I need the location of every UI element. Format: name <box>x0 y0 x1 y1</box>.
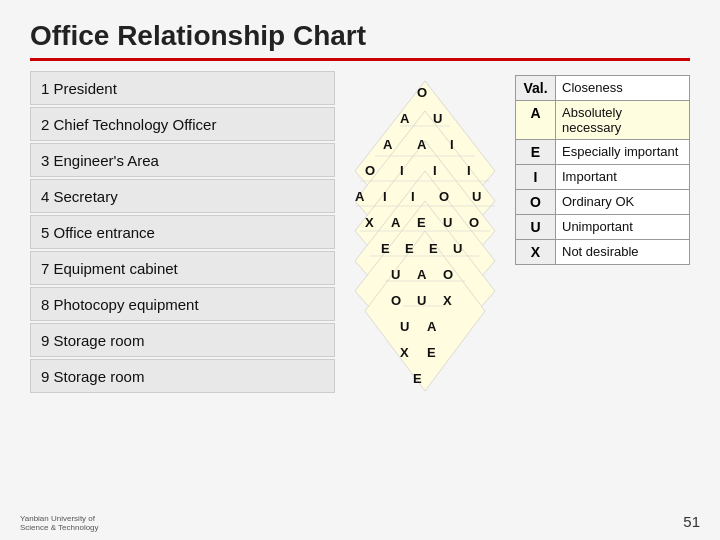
legend-val: O <box>516 190 556 214</box>
diamond-letter: U <box>472 189 481 204</box>
legend-val: U <box>516 215 556 239</box>
diamond-letter: O <box>365 163 375 178</box>
legend-val: X <box>516 240 556 264</box>
legend-closeness-header: Closeness <box>556 76 689 100</box>
legend-row: IImportant <box>515 165 690 190</box>
diamond-letter: U <box>443 215 452 230</box>
diamond-letter: I <box>467 163 471 178</box>
diamond-letter: A <box>391 215 400 230</box>
legend-val: E <box>516 140 556 164</box>
diamond-letter: U <box>417 293 426 308</box>
diamond-letter: O <box>439 189 449 204</box>
list-item: 9 Storage room <box>30 359 335 393</box>
diamond-letter: X <box>365 215 374 230</box>
list-item: 1 President <box>30 71 335 105</box>
diamond-letter: U <box>453 241 462 256</box>
legend-text: Important <box>556 165 689 189</box>
diamond-letter: A <box>400 111 409 126</box>
legend-row: XNot desirable <box>515 240 690 265</box>
diamond-letter: A <box>417 137 426 152</box>
legend-row: OOrdinary OK <box>515 190 690 215</box>
diamond-letter: I <box>450 137 454 152</box>
diamond-letter: O <box>443 267 453 282</box>
legend-text: Not desirable <box>556 240 689 264</box>
list-item: 4 Secretary <box>30 179 335 213</box>
diamond-letter: E <box>381 241 390 256</box>
diamond-letter: U <box>433 111 442 126</box>
legend-row: AAbsolutely necessary <box>515 101 690 140</box>
diamond-letters: O A U A A I O I I I A I I <box>345 71 505 391</box>
diamond-letter: E <box>427 345 436 360</box>
diamond-letter: E <box>417 215 426 230</box>
diamond-letter: E <box>413 371 422 386</box>
list-area: 1 President2 Chief Technology Officer3 E… <box>30 71 335 393</box>
legend-val-header: Val. <box>516 76 556 100</box>
diamond-letter: E <box>405 241 414 256</box>
diamond-letter: U <box>391 267 400 282</box>
diamond-letter: O <box>391 293 401 308</box>
list-item: 3 Engineer's Area <box>30 143 335 177</box>
list-item: 7 Equipment cabinet <box>30 251 335 285</box>
page-title: Office Relationship Chart <box>30 20 690 61</box>
list-item: 5 Office entrance <box>30 215 335 249</box>
legend-area: Val. Closeness AAbsolutely necessaryEEsp… <box>515 75 690 393</box>
slide: Office Relationship Chart 1 President2 C… <box>0 0 720 540</box>
diamond-letter: A <box>355 189 364 204</box>
list-item: 8 Photocopy equipment <box>30 287 335 321</box>
chart-area: O A U A A I O I I I A I I <box>345 71 690 393</box>
diamond-letter: I <box>433 163 437 178</box>
legend-text: Ordinary OK <box>556 190 689 214</box>
page-number: 51 <box>683 513 700 530</box>
diamond-letter: X <box>443 293 452 308</box>
legend-text: Unimportant <box>556 215 689 239</box>
legend-header: Val. Closeness <box>515 75 690 101</box>
diamond-container: O A U A A I O I I I A I I <box>345 71 505 391</box>
diamond-letter: A <box>427 319 436 334</box>
logo-area: Yanbian University of Science & Technolo… <box>20 514 99 532</box>
diamond-letter: A <box>383 137 392 152</box>
diamond-letter: I <box>411 189 415 204</box>
logo-line1: Yanbian University of <box>20 514 99 523</box>
legend-text: Absolutely necessary <box>556 101 689 139</box>
legend-row: UUnimportant <box>515 215 690 240</box>
legend-row: EEspecially important <box>515 140 690 165</box>
legend-val: I <box>516 165 556 189</box>
diamond-letter: A <box>417 267 426 282</box>
diamond-letter: X <box>400 345 409 360</box>
diamond-letter: I <box>383 189 387 204</box>
logo-line2: Science & Technology <box>20 523 99 532</box>
list-item: 2 Chief Technology Officer <box>30 107 335 141</box>
legend-text: Especially important <box>556 140 689 164</box>
legend-val: A <box>516 101 556 139</box>
diamond-letter: U <box>400 319 409 334</box>
list-item: 9 Storage room <box>30 323 335 357</box>
diamond-letter: I <box>400 163 404 178</box>
main-content: 1 President2 Chief Technology Officer3 E… <box>30 71 690 393</box>
diamond-letter: O <box>417 85 427 100</box>
diamond-letter: E <box>429 241 438 256</box>
diamond-letter: O <box>469 215 479 230</box>
